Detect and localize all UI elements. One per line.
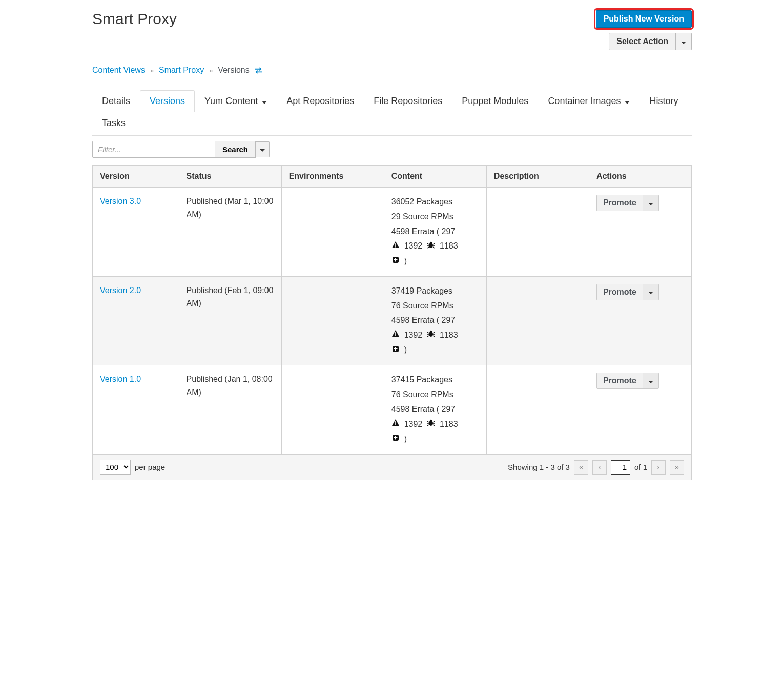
- security-icon: [391, 417, 400, 432]
- version-link[interactable]: Version 2.0: [100, 286, 141, 295]
- tab-container-images[interactable]: Container Images: [538, 90, 639, 112]
- bug-icon: [427, 328, 435, 343]
- svg-rect-8: [395, 335, 396, 336]
- tab-yum-label: Yum Content: [204, 96, 258, 107]
- publish-new-version-button[interactable]: Publish New Version: [596, 10, 692, 28]
- th-status: Status: [179, 166, 281, 188]
- bug-icon: [427, 239, 435, 254]
- svg-rect-14: [395, 421, 396, 424]
- breadcrumb-smart-proxy[interactable]: Smart Proxy: [159, 66, 204, 75]
- breadcrumb-current: Versions: [218, 66, 249, 75]
- promote-button[interactable]: Promote: [596, 373, 643, 389]
- tab-file-repositories[interactable]: File Repositories: [364, 90, 452, 112]
- actions-cell: Promote: [589, 188, 691, 277]
- security-icon: [391, 239, 400, 254]
- search-button[interactable]: Search: [215, 141, 256, 158]
- table-row: Version 1.0 Published (Jan 1, 08:00 AM) …: [93, 365, 692, 455]
- environments-cell: [281, 276, 384, 365]
- search-caret[interactable]: [256, 141, 270, 157]
- per-page-label: per page: [135, 463, 165, 471]
- chevron-down-icon: [681, 38, 686, 46]
- divider: [282, 142, 282, 157]
- pagination-next-button[interactable]: ›: [651, 460, 666, 475]
- breadcrumb-separator: »: [209, 67, 213, 74]
- showing-label: Showing 1 - 3 of 3: [508, 463, 570, 471]
- security-icon: [391, 328, 400, 343]
- tab-tasks[interactable]: Tasks: [92, 112, 135, 134]
- svg-rect-7: [395, 332, 396, 335]
- enhancement-icon: [391, 432, 400, 447]
- status-cell: Published (Jan 1, 08:00 AM): [179, 365, 281, 455]
- filter-input[interactable]: [92, 141, 215, 158]
- bug-icon: [427, 417, 435, 432]
- th-version: Version: [93, 166, 179, 188]
- environments-cell: [281, 188, 384, 277]
- svg-rect-15: [395, 424, 396, 425]
- tab-details[interactable]: Details: [92, 90, 140, 112]
- description-cell: [486, 188, 589, 277]
- th-content: Content: [384, 166, 486, 188]
- chevron-down-icon: [648, 199, 653, 207]
- pagination-last-button[interactable]: »: [670, 460, 684, 475]
- page-title: Smart Proxy: [92, 10, 177, 28]
- switch-icon[interactable]: [255, 66, 262, 75]
- svg-rect-6: [394, 259, 397, 260]
- enhancement-icon: [391, 254, 400, 269]
- content-cell: 37419 Packages 76 Source RPMs 4598 Errat…: [384, 276, 486, 365]
- content-cell: 37415 Packages 76 Source RPMs 4598 Errat…: [384, 365, 486, 455]
- svg-point-17: [430, 420, 432, 422]
- pagination-prev-button[interactable]: ‹: [592, 460, 607, 475]
- table-footer: 100 per page Showing 1 - 3 of 3 « ‹ of 1…: [92, 455, 692, 480]
- table-row: Version 2.0 Published (Feb 1, 09:00 AM) …: [93, 276, 692, 365]
- chevron-down-icon: [624, 96, 630, 107]
- svg-rect-13: [394, 348, 397, 349]
- th-environments: Environments: [281, 166, 384, 188]
- per-page-select[interactable]: 100: [100, 460, 131, 475]
- promote-caret[interactable]: [643, 195, 659, 211]
- description-cell: [486, 276, 589, 365]
- breadcrumb: Content Views » Smart Proxy » Versions: [92, 66, 692, 75]
- enhancement-icon: [391, 343, 400, 358]
- chevron-down-icon: [261, 96, 267, 107]
- chevron-down-icon: [648, 288, 653, 296]
- svg-point-10: [430, 331, 432, 333]
- actions-cell: Promote: [589, 276, 691, 365]
- content-cell: 36052 Packages 29 Source RPMs 4598 Errat…: [384, 188, 486, 277]
- select-action-caret[interactable]: [676, 33, 692, 50]
- status-cell: Published (Mar 1, 10:00 AM): [179, 188, 281, 277]
- tab-yum-content[interactable]: Yum Content: [195, 90, 277, 112]
- promote-button[interactable]: Promote: [596, 195, 643, 211]
- pagination-of-label: of 1: [634, 463, 647, 471]
- chevron-down-icon: [648, 377, 653, 385]
- chevron-down-icon: [260, 146, 265, 153]
- th-description: Description: [486, 166, 589, 188]
- pagination-first-button[interactable]: «: [574, 460, 588, 475]
- th-actions: Actions: [589, 166, 691, 188]
- breadcrumb-separator: »: [150, 67, 154, 74]
- version-link[interactable]: Version 1.0: [100, 375, 141, 383]
- actions-cell: Promote: [589, 365, 691, 455]
- version-link[interactable]: Version 3.0: [100, 197, 141, 205]
- table-row: Version 3.0 Published (Mar 1, 10:00 AM) …: [93, 188, 692, 277]
- status-cell: Published (Feb 1, 09:00 AM): [179, 276, 281, 365]
- promote-button[interactable]: Promote: [596, 284, 643, 300]
- svg-point-3: [430, 242, 432, 244]
- promote-caret[interactable]: [643, 373, 659, 389]
- tab-apt-repositories[interactable]: Apt Repositories: [277, 90, 364, 112]
- promote-caret[interactable]: [643, 284, 659, 300]
- pagination-current-input[interactable]: [611, 460, 630, 475]
- svg-rect-20: [394, 437, 397, 438]
- tab-container-label: Container Images: [548, 96, 621, 107]
- environments-cell: [281, 365, 384, 455]
- description-cell: [486, 365, 589, 455]
- svg-rect-1: [395, 246, 396, 248]
- tab-versions[interactable]: Versions: [140, 90, 195, 112]
- tab-puppet-modules[interactable]: Puppet Modules: [452, 90, 538, 112]
- tab-history[interactable]: History: [639, 90, 688, 112]
- select-action-button[interactable]: Select Action: [609, 33, 676, 50]
- svg-rect-0: [395, 243, 396, 246]
- versions-table: Version Status Environments Content Desc…: [92, 165, 692, 455]
- breadcrumb-content-views[interactable]: Content Views: [92, 66, 145, 75]
